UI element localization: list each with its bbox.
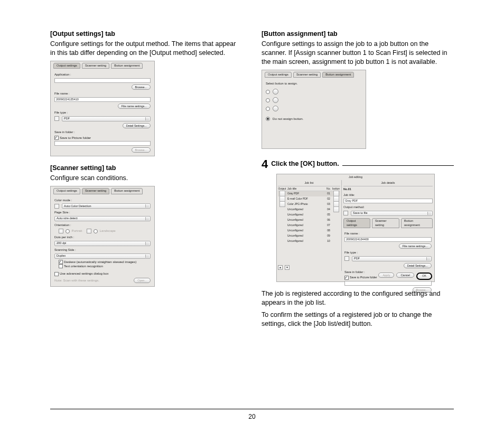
move-down-icon[interactable]: ▼ [285, 265, 290, 270]
color-mode-label: Color mode : [54, 199, 151, 203]
text-orient-checkbox[interactable] [59, 264, 63, 268]
save-to-picture-label: Save to Picture folder [60, 136, 91, 139]
col-title: Job title [286, 187, 325, 191]
job-row[interactable]: Unconfigured07 [278, 223, 340, 228]
tab-output-settings[interactable]: Output settings [53, 188, 80, 194]
do-not-assign-label: Do not assign button. [273, 117, 303, 121]
orientation-group: Portrait Landscape [54, 229, 151, 233]
output-method-label: Output method: [343, 205, 433, 210]
page-size-select[interactable]: Auto size detect [54, 216, 151, 221]
save-to-picture-checkbox[interactable] [344, 276, 349, 280]
portrait-radio[interactable] [66, 229, 70, 233]
job-row-title: E-mail Color PDF [286, 197, 325, 201]
dpi-select[interactable]: 200 dpi [54, 241, 151, 246]
job-row-title: Unconfigured [286, 208, 325, 211]
output-settings-panel: Output settings Scanner setting Button a… [50, 61, 155, 156]
portrait-icon [59, 229, 63, 233]
job-row-no: 01 [325, 192, 332, 195]
save-in-folder-label: Save in folder : [54, 130, 151, 135]
detail-settings-button[interactable]: Detail Settings... [123, 123, 151, 128]
file-type-label: File type : [54, 111, 151, 115]
do-not-assign-radio[interactable] [266, 117, 270, 121]
tabbar: Output settings Scanner setting Button a… [51, 186, 154, 194]
file-name-label: File name : [54, 92, 151, 96]
file-type-select[interactable]: PDF [352, 256, 432, 261]
job-row[interactable]: E-mail Color PDF02 [278, 196, 340, 202]
landscape-label: Landscape [100, 229, 116, 232]
move-up-icon[interactable]: ▲ [278, 265, 283, 270]
assign-button-1-radio[interactable] [266, 90, 270, 94]
tab-button-assignment[interactable]: Button assignment [111, 188, 143, 194]
scanner-button-2-icon [273, 97, 278, 103]
job-row[interactable]: Unconfigured06 [278, 218, 340, 223]
job-row-title: Unconfigured [286, 218, 325, 222]
deskew-checkbox[interactable] [59, 260, 63, 264]
file-name-input[interactable]: 20090224134400 [344, 237, 432, 242]
tabbar: Output settings Scanner setting Button a… [343, 216, 433, 229]
color-mode-select[interactable]: Auto Color Detection [62, 203, 151, 209]
job-row-no: 02 [325, 197, 332, 201]
landscape-radio[interactable] [94, 229, 98, 233]
tab-output-settings[interactable]: Output settings [53, 63, 80, 69]
tab-button-assignment[interactable]: Button assignment [322, 72, 354, 78]
text-orient-label: Text orientation recognition [64, 264, 103, 268]
job-row[interactable]: Unconfigured10 [278, 239, 340, 244]
job-title-input[interactable]: Gray PDF [343, 199, 433, 203]
job-row[interactable]: Unconfigured09 [278, 233, 340, 239]
job-row-title: Unconfigured [286, 223, 325, 227]
save-folder-input[interactable] [344, 281, 432, 286]
tab-button-assignment[interactable]: Button assignment [111, 63, 143, 69]
job-row[interactable]: Unconfigured08 [278, 228, 340, 233]
file-type-label: File type : [344, 251, 432, 255]
job-row[interactable]: Gray PDF01 [278, 191, 340, 196]
job-output-icon [279, 201, 285, 207]
apply-button[interactable]: Apply [378, 273, 394, 278]
file-name-input[interactable]: 20090224135410 [54, 97, 151, 102]
tab-scanner-setting[interactable]: Scanner setting [293, 72, 321, 78]
job-row-title: Gray PDF [286, 192, 325, 195]
assign-button-3-radio[interactable] [266, 107, 270, 111]
job-row-no: 05 [325, 213, 332, 217]
detail-settings-button[interactable]: Detail Settings... [404, 263, 432, 268]
ok-button[interactable]: OK [416, 273, 432, 280]
portrait-label: Portrait [71, 229, 82, 232]
tab-output-settings[interactable]: Output settings [343, 218, 370, 229]
job-details-pane: Job details No.01 Job title: Gray PDF Ou… [342, 180, 434, 271]
tab-output-settings[interactable]: Output settings [265, 72, 292, 78]
job-row-no: 04 [325, 208, 332, 211]
job-row[interactable]: Color JPG iPhoto03 [278, 202, 340, 207]
tab-button-assignment[interactable]: Button assignment [401, 218, 433, 229]
output-settings-desc: Configure settings for the output method… [50, 40, 242, 58]
file-name-settings-button[interactable]: File name settings... [118, 104, 151, 109]
job-list-columns: Output Job title No. button [278, 187, 340, 191]
save-icon [343, 211, 348, 215]
job-editing-dialog: Job editing Job list Output Job title No… [276, 174, 435, 282]
tab-scanner-setting[interactable]: Scanner setting [372, 218, 399, 229]
cancel-button[interactable]: Cancel [396, 273, 414, 278]
file-name-settings-button[interactable]: File name settings... [399, 243, 432, 249]
open-button[interactable]: Open... [134, 278, 151, 283]
save-folder-input[interactable] [54, 141, 151, 146]
tab-scanner-setting[interactable]: Scanner setting [82, 188, 109, 194]
job-editing-title: Job editing [277, 174, 434, 180]
assign-button-2-radio[interactable] [266, 98, 270, 102]
job-row[interactable]: Unconfigured05 [278, 212, 340, 218]
application-input[interactable] [54, 78, 151, 83]
browse-button[interactable]: Browse... [132, 84, 151, 90]
scanning-side-select[interactable]: Duplex [54, 253, 151, 259]
edit-icon[interactable] [333, 206, 339, 212]
button-assignment-desc: Configure settings to assign the job to … [262, 40, 454, 67]
save-to-picture-checkbox[interactable] [54, 136, 59, 140]
job-row[interactable]: Unconfigured04 [278, 207, 340, 212]
tab-scanner-setting[interactable]: Scanner setting [82, 63, 109, 69]
job-list-pane: Job list Output Job title No. button Gra… [277, 180, 342, 271]
use-adv-checkbox[interactable] [54, 272, 59, 276]
browse-folder-button[interactable]: Browse... [132, 147, 151, 153]
pdf-icon [344, 256, 349, 261]
scanner-setting-desc: Configure scan conditions. [50, 174, 242, 183]
file-type-select[interactable]: PDF [62, 116, 151, 121]
tabbar: Output settings Scanner setting Button a… [51, 61, 154, 69]
output-method-select[interactable]: Save to file [351, 211, 433, 216]
col-no: No. [325, 187, 332, 191]
job-row-title: Unconfigured [286, 234, 325, 238]
